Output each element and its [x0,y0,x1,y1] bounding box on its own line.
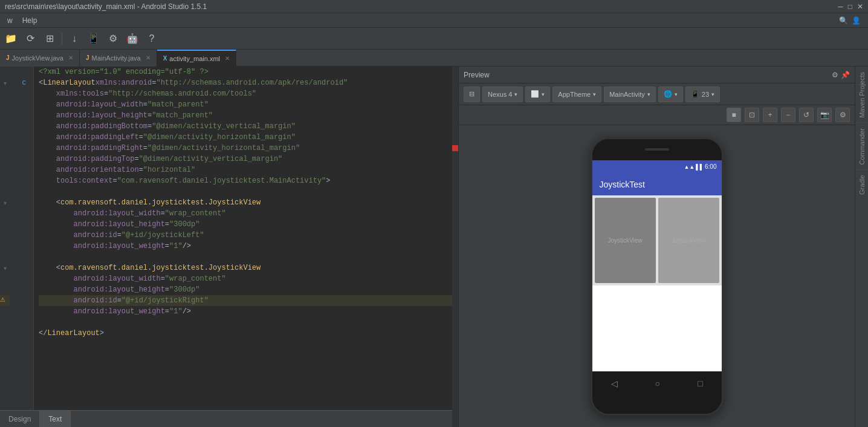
code-line-14: android:layout_width="wrap_content" [39,208,453,219]
tab-text[interactable]: Text [40,411,71,427]
tab-close-joystickview[interactable]: ✕ [68,54,73,61]
preview-zoom-fit-btn[interactable]: ⊡ [745,108,759,122]
toolbar-android-btn[interactable]: 🤖 [124,30,141,47]
preview-title: Preview [464,71,490,79]
code-line-25: </LinearLayout> [39,328,453,339]
code-line-22: android:id="@+id/joystickRight" [39,295,453,306]
phone-status-bar: ▲▲ ▌▌ 6:00 [592,160,722,174]
code-line-21: android:layout_height="300dp" [39,284,453,295]
code-line-17: android:layout_weight="1"/> [39,241,453,252]
tab-close-mainactivity[interactable]: ✕ [146,54,151,61]
preview-icons-row: ■ ⊡ + − ↺ 📷 ⚙ [459,105,855,125]
tab-design-label: Design [8,415,31,423]
preview-toolbar: ⊟ Nexus 4 ▾ ⬜ ▾ AppTheme ▾ MainActivity … [459,83,855,105]
tab-text-label: Text [48,415,62,423]
phone-below-content [592,285,722,371]
toolbar-sync-btn[interactable]: ⟳ [22,30,39,47]
phone-content: JoystickView JoystickView [592,195,722,286]
phone-bottom [592,396,722,414]
code-line-15: android:layout_height="300dp" [39,219,453,230]
code-line-10: android:orientation="horizontal" [39,165,453,175]
code-line-18 [39,252,453,262]
code-line-24 [39,317,453,328]
toolbar-grid-btn[interactable]: ⊞ [41,30,58,47]
preview-fill-btn[interactable]: ■ [727,108,741,122]
error-indicator[interactable] [452,145,458,151]
minimize-btn[interactable]: ─ [838,2,843,11]
tab-design[interactable]: Design [0,411,40,427]
toolbar-device-btn[interactable]: 📱 [85,30,102,47]
close-btn[interactable]: ✕ [857,2,863,11]
code-line-23: android:layout_weight="1"/> [39,306,453,317]
api-icon: 📱 [691,90,699,98]
tab-label-activitymain: activity_main.xml [169,55,220,62]
tab-mainactivity[interactable]: J MainActivity.java ✕ [80,50,157,67]
api-chevron: ▾ [711,91,714,97]
preview-device-btn[interactable]: Nexus 4 ▾ [482,86,523,102]
menu-item-w[interactable]: w [2,15,18,26]
locale-chevron: ▾ [675,91,678,97]
code-line-13: <com.ravensoft.daniel.joysticktest.Joyst… [39,197,453,208]
toolbar: 📁 ⟳ ⊞ ↓ 📱 ⚙ 🤖 ? [0,28,868,50]
status-icons: ▲▲ ▌▌ 6:00 [684,163,716,170]
code-editor[interactable]: <?xml version="1.0" encoding="utf-8" ?> … [34,67,458,410]
editor-panel: ▾ ▾ ▾ ⚠ [0,67,458,427]
fold-arrow-1[interactable]: ▾ [0,77,10,88]
preview-layout-btn[interactable]: ⊟ [464,86,480,102]
phone-speaker [645,148,669,151]
preview-locale-btn[interactable]: 🌐 ▾ [658,86,683,102]
tab-close-activitymain[interactable]: ✕ [225,55,230,62]
toolbar-down-btn[interactable]: ↓ [66,30,83,47]
code-line-4: android:layout_width="match_parent" [39,99,453,110]
activity-chevron: ▾ [647,91,650,97]
tab-joystickview[interactable]: J JoystickView.java ✕ [0,50,80,67]
toolbar-help-btn[interactable]: ? [143,30,160,47]
preview-screenshot-btn[interactable]: 📷 [817,108,832,122]
fold-linearlayout[interactable] [0,67,10,77]
main-content: ▾ ▾ ▾ ⚠ [0,67,868,427]
preview-refresh-btn[interactable]: ↺ [799,108,814,122]
preview-api-btn[interactable]: 📱 23 ▾ [685,86,720,102]
preview-orientation-btn[interactable]: ⬜ ▾ [525,86,550,102]
toolbar-folder-btn[interactable]: 📁 [2,30,19,47]
preview-zoom-in-btn[interactable]: + [763,108,777,122]
code-line-3: xmlns:tools="http://schemas.android.com/… [39,88,453,99]
toolbar-settings-btn[interactable]: ⚙ [105,30,121,47]
code-line-16: android:id="@+id/joystickLeft" [39,230,453,241]
preview-activity-btn[interactable]: MainActivity ▾ [604,86,656,102]
preview-settings-icon[interactable]: ⚙ [832,71,838,79]
preview-panel: Preview ⚙ 📌 ⊟ Nexus 4 ▾ ⬜ ▾ AppTheme ▾ [458,67,855,427]
sidebar-tab-commander[interactable]: Commander [856,123,868,170]
menu-item-help[interactable]: Help [18,15,42,26]
sidebar-tab-maven[interactable]: Maven Projects [856,67,868,123]
preview-zoom-out-btn[interactable]: − [781,108,795,122]
sidebar-tab-gradle[interactable]: Gradle [856,169,868,200]
tab-icon-java1: J [6,54,10,61]
preview-settings2-btn[interactable]: ⚙ [835,108,850,122]
joystick-right: JoystickView [658,198,719,284]
device-chevron: ▾ [514,91,517,97]
search-icon[interactable]: 🔍 [839,16,848,25]
preview-body: ▲▲ ▌▌ 6:00 JoystickTest Joystick [459,125,855,427]
preview-theme-btn[interactable]: AppTheme ▾ [552,86,601,102]
layout-icon: ⊟ [469,90,474,98]
app-bar-title: JoystickTest [600,180,645,189]
status-time: 6:00 [705,163,716,170]
tab-label-joystickview: JoystickView.java [12,54,63,62]
tab-activity-main-xml[interactable]: X activity_main.xml ✕ [157,50,236,67]
fold-arrow-3[interactable]: ▾ [0,262,10,273]
preview-pin-icon[interactable]: 📌 [841,71,850,79]
menu-bar: w Help 🔍 👤 [0,13,868,28]
nav-back-icon: ◁ [611,379,618,388]
phone-nav-bar: ◁ ○ □ [592,371,722,396]
fold-arrow-2[interactable]: ▾ [0,197,10,208]
maximize-btn[interactable]: □ [848,2,852,11]
phone-top [592,139,722,160]
code-line-7: android:paddingLeft="@dimen/activity_hor… [39,132,453,143]
title-text: res\src\main\res\layout\activity_main.xm… [5,2,207,11]
user-icon[interactable]: 👤 [852,16,861,25]
device-label: Nexus 4 [488,91,512,98]
activity-label: MainActivity [609,91,645,98]
code-line-6: android:paddingBottom="@dimen/activity_v… [39,121,453,132]
highlight-gutter: ⚠ [0,295,10,306]
